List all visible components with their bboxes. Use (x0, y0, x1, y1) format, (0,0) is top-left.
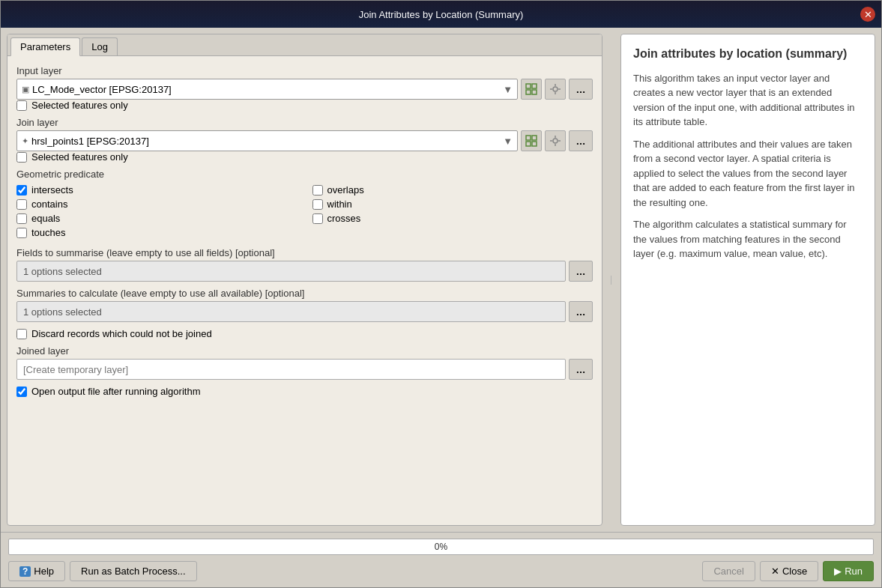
equals-checkbox[interactable] (16, 213, 27, 224)
input-layer-arrow: ▼ (503, 84, 513, 95)
joined-layer-more-btn[interactable]: … (569, 359, 593, 380)
help-paragraph-3: The algorithm calculates a statistical s… (633, 217, 863, 261)
help-button[interactable]: ? Help (8, 561, 65, 581)
input-layer-label: Input layer (16, 65, 593, 76)
input-layer-combo[interactable]: ▣ LC_Mode_vector [EPSG:20137] ▼ (16, 79, 518, 100)
cancel-button[interactable]: Cancel (702, 561, 755, 581)
svg-rect-10 (532, 136, 537, 140)
batch-label: Run as Batch Process... (81, 566, 185, 577)
geometric-predicate-label: Geometric predicate (16, 169, 593, 180)
joined-layer-input[interactable] (16, 359, 566, 380)
tab-log[interactable]: Log (82, 37, 118, 55)
joined-layer-label: Joined layer (16, 345, 593, 357)
join-layer-value: hrsl_points1 [EPSG:20137] (31, 136, 149, 147)
input-selected-features-row: Selected features only (16, 100, 593, 111)
overlaps-label: overlaps (327, 184, 364, 196)
intersects-label: intersects (31, 184, 73, 196)
run-button[interactable]: ▶ Run (823, 561, 874, 581)
run-icon: ▶ (834, 566, 842, 577)
input-layer-settings-btn[interactable] (545, 79, 566, 100)
input-layer-section: Input layer ▣ LC_Mode_vector [EPSG:20137… (16, 65, 593, 111)
help-panel: Join attributes by location (summary) Th… (620, 34, 875, 526)
geometric-predicate-section: Geometric predicate intersects overlaps (16, 169, 593, 241)
predicate-touches: touches (16, 227, 297, 238)
within-label: within (327, 198, 352, 210)
main-content: Parameters Log Input layer ▣ LC_Mode_vec… (1, 28, 881, 532)
bottom-bar: 0% ? Help Run as Batch Process... Cancel… (1, 532, 881, 587)
contains-label: contains (31, 198, 67, 210)
input-layer-more-btn[interactable]: … (569, 79, 593, 100)
input-layer-select-btn[interactable] (521, 79, 542, 100)
within-checkbox[interactable] (312, 199, 323, 210)
fields-value: 1 options selected (23, 266, 102, 277)
run-label: Run (845, 566, 863, 577)
svg-point-13 (553, 139, 558, 143)
discard-records-row: Discard records which could not be joine… (16, 328, 593, 339)
touches-label: touches (31, 227, 66, 238)
join-settings-icon (549, 135, 561, 147)
tab-parameters[interactable]: Parameters (10, 37, 80, 56)
crosses-checkbox[interactable] (312, 213, 323, 224)
buttons-left: ? Help Run as Batch Process... (8, 561, 197, 581)
settings-icon (549, 83, 561, 95)
close-label: Close (782, 566, 807, 577)
window-close-button[interactable]: ✕ (860, 7, 875, 22)
join-layer-select-btn[interactable] (521, 130, 542, 151)
contains-checkbox[interactable] (16, 199, 27, 210)
open-output-checkbox[interactable] (16, 387, 27, 397)
input-selected-features-checkbox[interactable] (16, 100, 27, 111)
close-button[interactable]: ✕ Close (760, 561, 818, 581)
summaries-more-btn[interactable]: … (569, 301, 593, 322)
join-layer-arrow: ▼ (503, 136, 513, 147)
summaries-value: 1 options selected (23, 306, 102, 318)
help-icon: ? (19, 566, 31, 577)
predicate-within: within (312, 198, 593, 210)
input-layer-icon: ▣ (22, 85, 29, 94)
help-paragraph-1: This algorithm takes an input vector lay… (633, 71, 863, 130)
join-selected-features-checkbox[interactable] (16, 152, 27, 163)
join-layer-icon: ✦ (22, 136, 28, 146)
close-icon: ✕ (771, 566, 779, 577)
join-layer-section: Join layer ✦ hrsl_points1 [EPSG:20137] ▼ (16, 117, 593, 163)
summaries-label: Summaries to calculate (leave empty to u… (16, 288, 593, 299)
open-output-label: Open output file after running algorithm (31, 386, 200, 397)
intersects-checkbox[interactable] (16, 185, 27, 196)
join-layer-more-btn[interactable]: … (569, 130, 593, 151)
select-layer-icon (525, 83, 537, 95)
help-label: Help (34, 566, 54, 577)
help-paragraph-2: The additional attributes and their valu… (633, 137, 863, 210)
svg-rect-2 (526, 90, 531, 94)
svg-rect-1 (532, 84, 537, 88)
button-row: ? Help Run as Batch Process... Cancel ✕ … (8, 561, 874, 581)
svg-rect-11 (526, 142, 531, 146)
window-title: Join Attributes by Location (Summary) (359, 9, 524, 20)
input-layer-row: ▣ LC_Mode_vector [EPSG:20137] ▼ (16, 79, 593, 100)
progress-label: 0% (435, 542, 447, 552)
panel-divider: │ (608, 34, 614, 526)
fields-row: 1 options selected … (16, 261, 593, 282)
parameters-panel: Input layer ▣ LC_Mode_vector [EPSG:20137… (7, 56, 602, 525)
svg-rect-9 (526, 136, 531, 140)
join-selected-features-label: Selected features only (31, 151, 128, 163)
touches-checkbox[interactable] (16, 228, 27, 238)
join-layer-settings-btn[interactable] (545, 130, 566, 151)
predicate-equals: equals (16, 213, 297, 224)
summaries-section: Summaries to calculate (leave empty to u… (16, 288, 593, 322)
select-join-layer-icon (525, 135, 537, 147)
predicate-crosses: crosses (312, 213, 593, 224)
svg-rect-12 (532, 142, 537, 146)
join-layer-combo[interactable]: ✦ hrsl_points1 [EPSG:20137] ▼ (16, 130, 518, 151)
discard-records-checkbox[interactable] (16, 329, 27, 339)
overlaps-checkbox[interactable] (312, 185, 323, 196)
summaries-input[interactable]: 1 options selected (16, 301, 566, 322)
fields-more-btn[interactable]: … (569, 261, 593, 282)
fields-input[interactable]: 1 options selected (16, 261, 566, 282)
equals-label: equals (31, 213, 60, 224)
join-layer-label: Join layer (16, 117, 593, 128)
crosses-label: crosses (327, 213, 361, 224)
fields-label: Fields to summarise (leave empty to use … (16, 247, 593, 258)
batch-process-button[interactable]: Run as Batch Process... (70, 561, 196, 581)
title-bar: Join Attributes by Location (Summary) ✕ (1, 1, 881, 28)
predicate-intersects: intersects (16, 184, 297, 196)
predicate-contains: contains (16, 198, 297, 210)
